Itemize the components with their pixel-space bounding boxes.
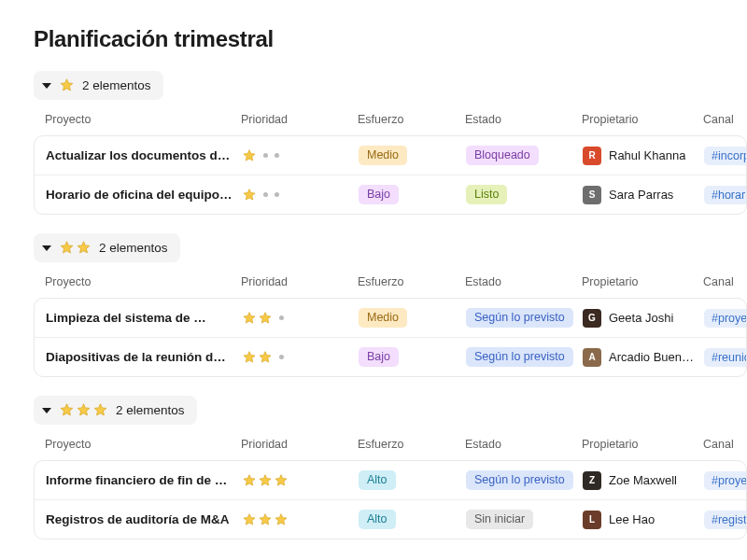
priority-cell[interactable]: [242, 350, 359, 365]
project-name[interactable]: Actualizar los documentos de…: [46, 148, 242, 162]
col-estado[interactable]: Estado: [465, 275, 582, 288]
group-header[interactable]: 2 elementos: [34, 71, 163, 100]
star-icon: [242, 188, 257, 203]
group-header[interactable]: 2 elementos: [34, 396, 197, 425]
effort-cell[interactable]: Alto: [359, 470, 466, 490]
owner-name: Arcadio Buen…: [609, 350, 694, 364]
avatar: R: [583, 147, 601, 165]
status-pill: Sin iniciar: [466, 510, 533, 529]
status-cell[interactable]: Listo: [466, 185, 583, 204]
effort-cell[interactable]: Bajo: [359, 185, 466, 204]
channel-link[interactable]: #horario-finanzas: [704, 186, 747, 204]
status-cell[interactable]: Según lo previsto: [466, 347, 583, 367]
channel-link[interactable]: #registros-proyec: [704, 511, 747, 529]
rows-container: Actualizar los documentos de… Medio Bloq…: [34, 135, 747, 215]
channel-link[interactable]: #reunión-empres: [704, 348, 747, 367]
col-proyecto[interactable]: Proyecto: [45, 275, 241, 288]
priority-cell[interactable]: [242, 512, 359, 527]
channel-cell[interactable]: #registros-proyec: [704, 511, 747, 529]
status-pill: Según lo previsto: [466, 308, 573, 328]
channel-cell[interactable]: #reunión-empres: [704, 348, 747, 367]
star-icon: [274, 512, 289, 527]
status-cell[interactable]: Según lo previsto: [466, 308, 583, 328]
channel-cell[interactable]: #proyecto-inform: [704, 471, 747, 490]
effort-pill: Bajo: [359, 185, 399, 204]
col-canal[interactable]: Canal: [703, 113, 747, 126]
channel-link[interactable]: #proyecto-limpie: [704, 309, 747, 328]
channel-cell[interactable]: #incorporación-e: [704, 147, 747, 165]
status-cell[interactable]: Sin iniciar: [466, 510, 583, 529]
owner-cell[interactable]: G Geeta Joshi: [583, 309, 704, 328]
chevron-down-icon: [42, 245, 51, 251]
col-prioridad[interactable]: Prioridad: [241, 438, 358, 451]
rows-container: Informe financiero de fin de … Alto Segú…: [34, 460, 747, 539]
priority-dot: [279, 355, 284, 359]
table-row[interactable]: Limpieza del sistema de … Medio Según lo…: [35, 299, 746, 337]
status-cell[interactable]: Según lo previsto: [466, 470, 583, 490]
priority-cell[interactable]: [242, 148, 359, 163]
owner-name: Geeta Joshi: [609, 311, 673, 325]
priority-group: 2 elementos Proyecto Prioridad Esfuerzo …: [34, 233, 747, 377]
channel-link[interactable]: #proyecto-inform: [704, 471, 747, 490]
star-icon: [92, 402, 108, 418]
col-prioridad[interactable]: Prioridad: [241, 275, 358, 288]
priority-group: 2 elementos Proyecto Prioridad Esfuerzo …: [34, 71, 747, 215]
col-proyecto[interactable]: Proyecto: [45, 113, 241, 126]
col-estado[interactable]: Estado: [465, 438, 582, 451]
chevron-down-icon: [42, 83, 51, 89]
star-icon: [59, 402, 75, 418]
priority-cell[interactable]: [242, 311, 359, 326]
owner-cell[interactable]: S Sara Parras: [583, 186, 704, 204]
group-count: 2 elementos: [116, 403, 185, 417]
effort-cell[interactable]: Medio: [359, 308, 466, 328]
chevron-down-icon: [42, 408, 51, 413]
owner-cell[interactable]: Z Zoe Maxwell: [583, 471, 704, 490]
table-row[interactable]: Actualizar los documentos de… Medio Bloq…: [35, 136, 746, 175]
col-esfuerzo[interactable]: Esfuerzo: [358, 113, 465, 126]
channel-cell[interactable]: #proyecto-limpie: [704, 309, 747, 328]
effort-cell[interactable]: Medio: [359, 146, 466, 165]
col-propietario[interactable]: Propietario: [582, 438, 703, 451]
effort-cell[interactable]: Bajo: [359, 347, 466, 367]
col-canal[interactable]: Canal: [703, 275, 747, 288]
col-prioridad[interactable]: Prioridad: [241, 113, 358, 126]
col-propietario[interactable]: Propietario: [582, 113, 703, 126]
table-row[interactable]: Informe financiero de fin de … Alto Segú…: [35, 461, 746, 499]
priority-dot: [279, 315, 284, 320]
owner-cell[interactable]: R Rahul Khanna: [583, 147, 704, 165]
priority-dot: [275, 153, 279, 158]
col-propietario[interactable]: Propietario: [582, 275, 703, 288]
col-esfuerzo[interactable]: Esfuerzo: [358, 438, 465, 451]
channel-link[interactable]: #incorporación-e: [704, 147, 747, 165]
owner-cell[interactable]: L Lee Hao: [583, 511, 704, 529]
col-esfuerzo[interactable]: Esfuerzo: [358, 275, 465, 288]
avatar: A: [583, 348, 601, 367]
status-cell[interactable]: Bloqueado: [466, 146, 583, 165]
project-name[interactable]: Registros de auditoría de M&A: [46, 512, 242, 526]
star-icon: [59, 77, 75, 93]
priority-cell[interactable]: [242, 188, 359, 203]
group-header[interactable]: 2 elementos: [34, 233, 180, 262]
col-canal[interactable]: Canal: [703, 438, 747, 451]
owner-cell[interactable]: A Arcadio Buen…: [583, 348, 704, 367]
project-name[interactable]: Limpieza del sistema de …: [46, 311, 242, 325]
col-estado[interactable]: Estado: [465, 113, 582, 126]
table-row[interactable]: Diapositivas de la reunión de … Bajo Seg…: [35, 337, 746, 376]
channel-cell[interactable]: #horario-finanzas: [704, 186, 747, 204]
project-name[interactable]: Informe financiero de fin de …: [46, 473, 242, 487]
avatar: S: [583, 186, 601, 204]
table-row[interactable]: Registros de auditoría de M&A Alto Sin i…: [35, 499, 746, 539]
star-icon: [258, 473, 273, 488]
column-headers: Proyecto Prioridad Esfuerzo Estado Propi…: [34, 107, 747, 135]
effort-cell[interactable]: Alto: [359, 510, 466, 529]
col-proyecto[interactable]: Proyecto: [45, 438, 241, 451]
star-icon: [258, 512, 273, 527]
owner-name: Zoe Maxwell: [609, 473, 677, 487]
priority-cell[interactable]: [242, 473, 359, 488]
star-icon: [258, 311, 273, 326]
table-row[interactable]: Horario de oficina del equipo … Bajo Lis…: [35, 175, 746, 214]
project-name[interactable]: Diapositivas de la reunión de …: [46, 350, 242, 364]
group-count: 2 elementos: [99, 241, 168, 255]
project-name[interactable]: Horario de oficina del equipo …: [46, 188, 242, 202]
avatar: G: [583, 309, 601, 328]
